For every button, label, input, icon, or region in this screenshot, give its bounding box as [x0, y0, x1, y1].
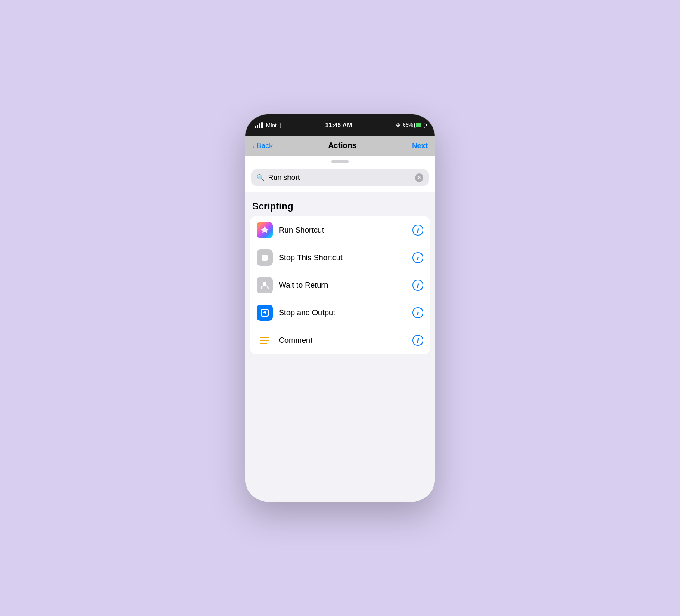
nav-bar: ‹ Back Actions Next	[245, 136, 435, 156]
comment-label: Comment	[279, 336, 406, 345]
list-item[interactable]: Comment i	[250, 326, 430, 354]
status-time: 11:45 AM	[325, 122, 352, 129]
phone-frame: Mint ⌊ 11:45 AM ⊕ 65% ‹ Back Actions Nex…	[245, 114, 435, 502]
comment-line-3	[260, 343, 267, 344]
wifi-icon: ⌊	[279, 122, 281, 129]
svg-point-1	[263, 282, 266, 285]
status-left: Mint ⌊	[255, 122, 281, 129]
battery-fill	[416, 123, 421, 127]
list-item[interactable]: Stop This Shortcut i	[250, 244, 430, 271]
comment-lines-icon	[260, 337, 269, 344]
svg-rect-0	[262, 255, 268, 261]
search-bar[interactable]: 🔍 Run short ✕	[251, 169, 429, 186]
stop-output-info-button[interactable]: i	[412, 307, 423, 318]
list-item[interactable]: Stop and Output i	[250, 299, 430, 326]
run-shortcut-info-button[interactable]: i	[412, 225, 423, 236]
search-icon: 🔍	[257, 174, 265, 182]
page-title: Actions	[328, 141, 356, 150]
wait-return-info-button[interactable]: i	[412, 280, 423, 291]
wait-return-icon	[257, 277, 273, 293]
content-area: 🔍 Run short ✕ Scripting Run Shortcut i	[245, 156, 435, 502]
comment-icon	[257, 332, 273, 348]
location-icon: ⊕	[396, 122, 400, 128]
stop-shortcut-icon	[257, 249, 273, 266]
status-right: ⊕ 65%	[396, 122, 425, 128]
actions-list: Run Shortcut i Stop This Shortcut i	[250, 216, 430, 354]
wait-return-label: Wait to Return	[279, 281, 406, 290]
stop-shortcut-label: Stop This Shortcut	[279, 253, 406, 262]
comment-line-2	[260, 340, 269, 341]
search-input[interactable]: Run short	[268, 173, 411, 182]
comment-line-1	[260, 337, 269, 338]
section-label: Scripting	[245, 192, 435, 216]
run-shortcut-icon	[257, 222, 273, 238]
drag-handle-area	[245, 156, 435, 166]
carrier-label: Mint	[266, 122, 277, 129]
stop-output-icon	[257, 305, 273, 321]
stop-shortcut-info-button[interactable]: i	[412, 252, 423, 263]
list-item[interactable]: Wait to Return i	[250, 271, 430, 299]
search-container: 🔍 Run short ✕	[245, 166, 435, 192]
drag-handle	[331, 160, 349, 163]
run-shortcut-label: Run Shortcut	[279, 226, 406, 235]
comment-info-button[interactable]: i	[412, 335, 423, 346]
battery-percent: 65%	[403, 122, 413, 128]
signal-bars	[255, 122, 263, 128]
battery-icon	[414, 123, 425, 128]
next-button[interactable]: Next	[412, 142, 428, 150]
back-button[interactable]: ‹ Back	[252, 142, 273, 150]
back-chevron-icon: ‹	[252, 141, 255, 150]
list-item[interactable]: Run Shortcut i	[250, 216, 430, 244]
back-label: Back	[257, 142, 273, 150]
search-clear-button[interactable]: ✕	[415, 173, 423, 182]
battery-container: 65%	[403, 122, 425, 128]
stop-output-label: Stop and Output	[279, 308, 406, 317]
status-bar: Mint ⌊ 11:45 AM ⊕ 65%	[245, 114, 435, 136]
